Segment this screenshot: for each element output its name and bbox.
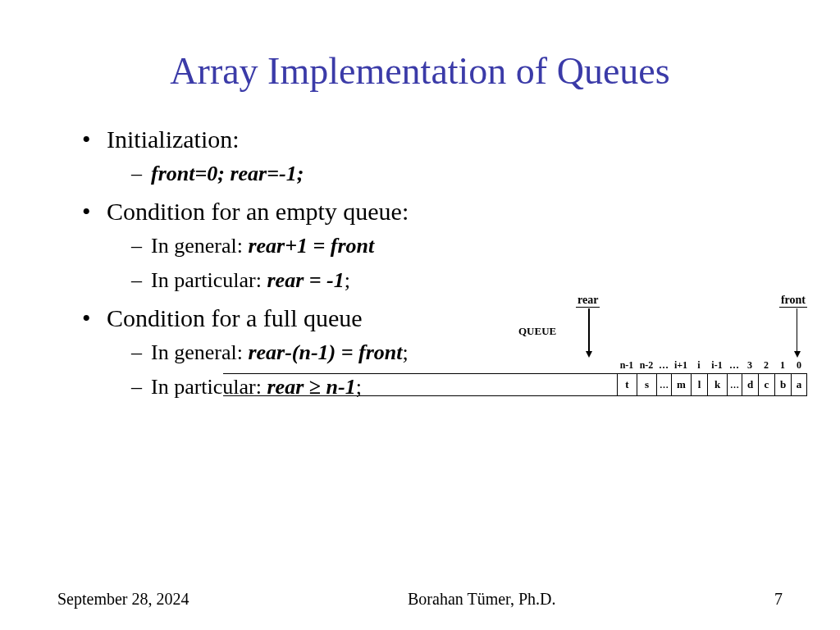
cell-m: m [671,373,691,396]
bullet-init: Initialization: front=0; rear=-1; [82,126,783,186]
cell-b: b [774,373,791,396]
idx-1: 1 [774,359,791,372]
full-general-expr: rear-(n-1) = front [248,340,402,364]
bullet-empty: Condition for an empty queue: In general… [82,198,783,293]
full-general-pre: In general: [151,340,248,364]
idx-3: 3 [742,359,758,372]
front-arrow-line [797,308,798,351]
front-arrow-head-icon [794,351,801,358]
bullet-init-sub: front=0; rear=-1; [107,162,783,186]
empty-particular: In particular: rear = -1; [131,268,783,293]
idx-n2: n-2 [637,359,656,372]
slide: Array Implementation of Queues Initializ… [0,0,840,630]
idx-dots2: … [727,359,742,372]
empty-general-expr: rear+1 = front [248,234,374,258]
queue-label: QUEUE [518,325,556,338]
rear-arrow-line [588,308,590,351]
idx-dots1: … [656,359,671,372]
idx-i: i [691,359,707,372]
empty-general: In general: rear+1 = front [131,234,783,258]
idx-ip1: i+1 [671,359,691,372]
slide-title: Array Implementation of Queues [57,49,783,93]
empty-general-pre: In general: [151,234,248,258]
full-general-post: ; [403,340,409,364]
cell-dots2: … [727,373,742,396]
cell-dots1: … [656,373,671,396]
footer-date: September 28, 2024 [57,590,189,609]
empty-particular-pre: In particular: [151,268,267,292]
footer: September 28, 2024 Borahan Tümer, Ph.D. … [57,590,783,609]
bullet-empty-text: Condition for an empty queue: [107,198,409,225]
cell-k: k [707,373,727,396]
cell-d: d [742,373,758,396]
idx-0: 0 [791,359,807,372]
queue-diagram: rear front QUEUE n-1 n-2 … i+1 i i-1 … 3… [518,294,815,425]
rear-arrow-head-icon [586,351,592,358]
empty-particular-post: ; [345,268,350,292]
rear-pointer-label: rear [576,294,600,308]
cell-t: t [617,373,637,396]
empty-particular-expr: rear = -1 [267,268,345,292]
footer-author: Borahan Tümer, Ph.D. [408,590,555,609]
bullet-empty-sub: In general: rear+1 = front In particular… [107,234,783,293]
cell-row: t s … m l k … d c b a [617,373,807,396]
cell-l: l [691,373,707,396]
cell-c: c [758,373,774,396]
idx-im1: i-1 [707,359,727,372]
idx-2: 2 [758,359,774,372]
cell-a: a [791,373,807,396]
init-values-text: front=0; rear=-1; [151,162,304,185]
cell-s: s [637,373,656,396]
front-pointer-label: front [779,294,807,308]
idx-n1: n-1 [617,359,637,372]
bullet-init-text: Initialization: [107,126,240,153]
index-row: n-1 n-2 … i+1 i i-1 … 3 2 1 0 [617,359,807,372]
bullet-init-values: front=0; rear=-1; [131,162,783,186]
footer-page: 7 [774,590,783,609]
bullet-full-text: Condition for a full queue [107,304,363,331]
